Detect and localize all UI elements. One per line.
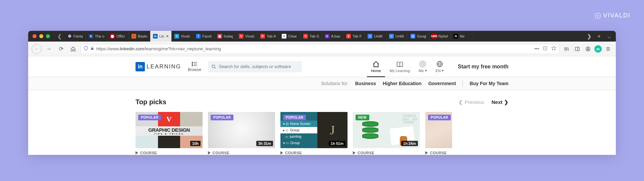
tab-favicon: NRK	[432, 34, 437, 39]
lock-icon	[90, 46, 94, 51]
browser-tab[interactable]: fFaceb	[193, 31, 215, 42]
card-type: COURSE	[430, 151, 447, 155]
search-input[interactable]	[219, 64, 299, 69]
browser-tab[interactable]: tVivald	[172, 31, 193, 42]
tab-favicon: ⚽	[67, 34, 72, 39]
nav-my-learning[interactable]: My Learning	[386, 59, 414, 74]
tab-favicon: O	[325, 34, 329, 39]
nav-language-label: EN	[436, 69, 441, 73]
tab-favicon: t	[174, 34, 179, 39]
card-thumbnail: V GRAPHIC DESIGN TIPS & TRICKS POPULAR 1…	[136, 112, 203, 148]
tab-scroll-right-button[interactable]: ❯	[585, 32, 593, 40]
tab-label: Tab Fe	[353, 34, 362, 38]
duration-badge: 3h 31m	[256, 141, 273, 146]
search-box[interactable]	[208, 61, 302, 72]
nav-home[interactable]: Home	[367, 59, 385, 74]
page-actions-icon[interactable]: •••	[534, 46, 539, 51]
browser-tab[interactable]: inLin×	[150, 31, 172, 42]
solutions-link-government[interactable]: Government	[428, 81, 456, 86]
back-button[interactable]: ←	[32, 44, 42, 54]
vivaldi-logo-icon	[595, 13, 601, 19]
maximize-window-button[interactable]	[46, 34, 50, 38]
browser-tab[interactable]: 🏀Baske	[129, 31, 150, 42]
minimize-window-button[interactable]	[39, 34, 43, 38]
tab-label: Offici	[116, 34, 126, 38]
new-tab-button[interactable]: ＋	[595, 32, 603, 40]
play-icon	[425, 151, 428, 155]
forward-button[interactable]: →	[44, 44, 54, 54]
browser-tab[interactable]: VTab St	[301, 31, 322, 42]
browse-button[interactable]: Browse	[186, 61, 203, 72]
course-card[interactable]: POPULAR COURSE	[425, 112, 452, 155]
tab-label: Baske	[138, 34, 147, 38]
search-icon	[211, 64, 216, 69]
globe-icon	[436, 60, 443, 68]
solutions-link-higher-education[interactable]: Higher Education	[383, 81, 422, 86]
tab-label: Untitl	[395, 34, 405, 38]
tab-close-button[interactable]: ×	[166, 34, 169, 39]
browser-tab[interactable]: NNe	[451, 31, 472, 42]
play-icon	[280, 151, 283, 155]
library-icon[interactable]	[562, 45, 571, 53]
chevron-right-icon: ❯	[504, 99, 508, 105]
popular-badge: POPULAR	[138, 115, 161, 120]
tab-label: Vivald	[181, 34, 190, 38]
browser-tab[interactable]: ⬤Offici	[107, 31, 129, 42]
address-bar: ← → ⟳ https://www.linkedin.com/learning/…	[28, 42, 616, 56]
browser-tab[interactable]: VTab Fe	[343, 31, 365, 42]
account-icon[interactable]	[584, 45, 592, 53]
browser-tab[interactable]: ≡Untitl	[386, 31, 408, 42]
course-card[interactable]: 101001100101 0101101001 NEW 1h 24m COURS…	[353, 112, 420, 155]
browser-tab[interactable]: VVivald	[236, 31, 258, 42]
next-button[interactable]: Next ❯	[491, 99, 508, 105]
header-nav: Home My Learning Me ▾ EN ▾ Start my fr	[367, 59, 508, 74]
menu-icon[interactable]	[604, 45, 612, 53]
duration-badge: 10h	[190, 141, 201, 146]
nav-me[interactable]: Me ▾	[415, 59, 431, 74]
browser-tab[interactable]: ⚽Fantas	[64, 31, 86, 42]
browser-window: ❮ ⚽FantasNThe of⬤Offici🏀BaskeinLin×tViva…	[28, 31, 616, 155]
tab-scroll-left-button[interactable]: ❮	[54, 31, 64, 42]
tab-favicon: G	[282, 34, 286, 39]
solutions-link-business[interactable]: Business	[355, 81, 376, 86]
course-card[interactable]: POPULAR 3h 31m COURSE	[208, 112, 275, 155]
browser-tab[interactable]: GGoogl	[408, 31, 429, 42]
svg-rect-1	[91, 48, 94, 50]
chevron-left-icon: ❮	[459, 99, 463, 105]
tab-list-button[interactable]: ⌵	[605, 32, 613, 40]
browser-tab[interactable]: ◉Instag	[215, 31, 236, 42]
nav-me-label: Me	[419, 69, 424, 73]
reload-button[interactable]: ⟳	[56, 44, 66, 54]
linkedin-learning-logo[interactable]: in LEARNING	[136, 62, 181, 71]
sidebar-icon[interactable]	[573, 45, 582, 53]
profile-avatar[interactable]: m	[594, 45, 602, 53]
browser-tab[interactable]: GClear	[279, 31, 301, 42]
previous-button[interactable]: ❮ Previous	[459, 99, 484, 105]
start-free-month-button[interactable]: Start my free month	[458, 64, 508, 70]
duration-badge: 1h 51m	[329, 141, 345, 146]
card-type: COURSE	[140, 151, 157, 155]
tab-favicon: 🏀	[131, 34, 136, 39]
svg-point-8	[192, 65, 193, 66]
url-field[interactable]: https://www.linkedin.com/learning/me?trk…	[80, 44, 559, 54]
browser-tab[interactable]: VTab M	[258, 31, 279, 42]
tab-label: Untitl	[374, 34, 383, 38]
reader-mode-icon[interactable]	[542, 46, 548, 52]
tab-favicon: G	[411, 34, 415, 39]
course-card[interactable]: V GRAPHIC DESIGN TIPS & TRICKS POPULAR 1…	[136, 112, 203, 155]
home-button[interactable]	[68, 44, 78, 54]
nav-language[interactable]: EN ▾	[432, 59, 448, 74]
svg-point-7	[192, 63, 193, 64]
browser-tab[interactable]: ≡Untitl	[365, 31, 386, 42]
course-card[interactable]: ▾ ⊡Home Screen ▸ ◇Group ▭painting ▾ ▭Gro…	[280, 112, 347, 155]
close-window-button[interactable]	[33, 34, 37, 38]
buy-for-team-link[interactable]: Buy For My Team	[470, 81, 508, 86]
browser-tab[interactable]: NThe of	[86, 31, 107, 42]
tab-label: Tab M	[267, 34, 276, 38]
browser-tab[interactable]: NRKNyhet	[429, 31, 451, 42]
bookmark-star-icon[interactable]	[551, 46, 556, 52]
shield-icon	[84, 46, 88, 52]
browser-tab[interactable]: OA bask	[322, 31, 343, 42]
popular-badge: POPULAR	[211, 115, 233, 120]
browse-label: Browse	[188, 67, 201, 72]
